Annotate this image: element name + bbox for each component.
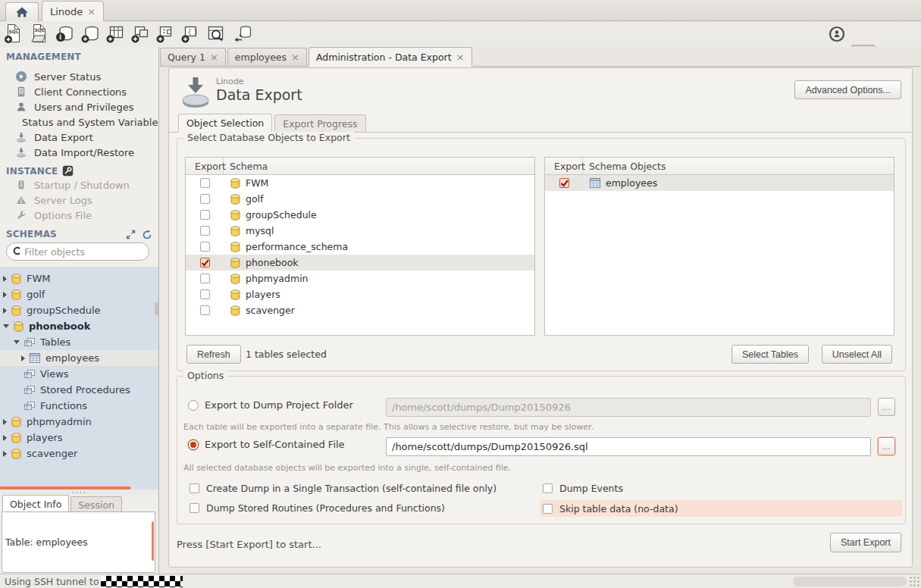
tree-item-functions[interactable]: Functions (0, 398, 158, 414)
export-checkbox-checked[interactable] (200, 258, 210, 267)
table-row[interactable]: phpmyadmin (186, 271, 534, 286)
tree-item-employees[interactable]: employees (0, 350, 158, 366)
tree-item-phonebook[interactable]: phonebook (0, 318, 158, 334)
tab-object-selection[interactable]: Object Selection (178, 114, 272, 133)
dump-folder-radio[interactable] (188, 400, 199, 411)
chevron-right-icon[interactable] (3, 292, 7, 298)
chevron-right-icon[interactable] (3, 308, 7, 314)
tree-item-phpmyadmin[interactable]: phpmyadmin (0, 414, 158, 430)
self-contained-option[interactable]: Export to Self-Contained File (188, 439, 345, 450)
sidebar-item-server-status[interactable]: Server Status (0, 69, 159, 84)
chevron-right-icon[interactable] (3, 435, 7, 441)
expand-panel-icon[interactable] (126, 230, 136, 239)
horizontal-scrollbar-thumb[interactable] (793, 577, 907, 586)
tree-item-stored-procedures[interactable]: Stored Procedures (0, 382, 158, 398)
tab-export-progress[interactable]: Export Progress (274, 114, 365, 132)
create-schema-icon[interactable] (80, 23, 101, 44)
sidebar-scrollbar-thumb[interactable] (155, 302, 158, 315)
create-function-icon[interactable]: { } (180, 23, 201, 44)
tree-item-groupschedule[interactable]: groupSchedule (0, 302, 158, 318)
chevron-right-icon[interactable] (21, 355, 25, 361)
object-info-scrollbar[interactable] (152, 521, 154, 561)
tree-item-golf[interactable]: golf (0, 286, 158, 302)
tree-item-scavenger[interactable]: scavenger (0, 446, 158, 461)
refresh-schemas-icon[interactable] (142, 230, 152, 239)
start-export-button[interactable]: Start Export (830, 533, 901, 552)
tree-item-players[interactable]: players (0, 430, 158, 446)
chevron-right-icon[interactable] (3, 451, 7, 457)
reconnect-database-icon[interactable] (233, 23, 253, 44)
home-tab[interactable] (5, 2, 39, 21)
tab-administration-data-export[interactable]: Administration - Data Export× (309, 47, 472, 67)
close-icon[interactable]: × (456, 52, 465, 62)
table-row[interactable]: scavenger (186, 302, 534, 318)
export-checkbox[interactable] (200, 289, 210, 299)
column-header-schema[interactable]: Schema (224, 161, 268, 172)
dump-folder-path-input[interactable] (386, 398, 871, 417)
refresh-button[interactable]: Refresh (186, 345, 241, 364)
sidebar-item-startup-shutdown[interactable]: Startup / Shutdown (0, 177, 159, 192)
create-table-icon[interactable] (105, 23, 126, 44)
chevron-right-icon[interactable] (3, 419, 7, 425)
open-sql-script-icon[interactable]: SQL (30, 23, 50, 44)
self-contained-path-input[interactable] (386, 437, 871, 456)
filter-objects-input[interactable] (24, 246, 143, 258)
connection-info-icon[interactable] (828, 25, 848, 45)
connection-tab[interactable]: Linode × (42, 1, 104, 21)
tab-employees[interactable]: employees× (227, 48, 307, 66)
table-row[interactable]: performance_schema (186, 239, 534, 255)
dump-stored-routines-checkbox[interactable] (190, 503, 199, 513)
single-transaction-checkbox[interactable] (190, 483, 199, 493)
sidebar-item-client-connections[interactable]: Client Connections (0, 84, 159, 99)
close-icon[interactable]: × (87, 7, 96, 17)
dump-stored-routines-option[interactable]: Dump Stored Routines (Procedures and Fun… (190, 502, 445, 514)
export-checkbox[interactable] (200, 194, 210, 204)
search-table-data-icon[interactable] (205, 23, 226, 44)
chevron-down-icon[interactable] (3, 324, 9, 328)
create-view-icon[interactable] (130, 23, 151, 44)
sidebar-item-data-import[interactable]: Data Import/Restore (0, 145, 159, 160)
sidebar-item-status-system-variables[interactable]: Status and System Variables (0, 114, 159, 130)
resize-grip-icon[interactable] (909, 576, 920, 586)
dump-folder-browse-button[interactable]: ... (878, 398, 895, 416)
column-header-export[interactable]: Export (545, 158, 583, 174)
tab-object-info[interactable]: Object Info (2, 495, 69, 512)
export-checkbox[interactable] (200, 226, 210, 236)
table-row[interactable]: players (186, 286, 534, 302)
table-row-selected[interactable]: employees (545, 175, 894, 191)
dump-events-checkbox[interactable] (543, 483, 553, 493)
close-icon[interactable]: × (210, 52, 218, 62)
sidebar-item-data-export[interactable]: Data Export (0, 130, 159, 145)
skip-table-data-checkbox[interactable] (543, 504, 553, 514)
tab-query-1[interactable]: Query 1× (160, 48, 226, 66)
table-row[interactable]: FWM (186, 175, 534, 191)
sidebar-item-server-logs[interactable]: Server Logs (0, 192, 159, 208)
sidebar-item-users-privileges[interactable]: Users and Privileges (0, 99, 159, 114)
export-checkbox[interactable] (200, 305, 210, 315)
dump-folder-option[interactable]: Export to Dump Project Folder (188, 399, 353, 411)
tree-item-views[interactable]: Views (0, 366, 158, 382)
table-row[interactable]: groupSchedule (186, 207, 534, 223)
database-info-icon[interactable]: i (55, 23, 75, 44)
self-contained-radio-selected[interactable] (188, 439, 199, 450)
tree-item-tables[interactable]: Tables (0, 334, 158, 350)
self-contained-browse-button[interactable]: ... (878, 437, 895, 455)
advanced-options-button[interactable]: Advanced Options... (794, 80, 901, 99)
sidebar-item-options-file[interactable]: Options File (0, 208, 159, 223)
tab-session[interactable]: Session (70, 496, 122, 512)
table-row[interactable]: golf (186, 191, 534, 207)
chevron-right-icon[interactable] (3, 276, 7, 282)
single-transaction-option[interactable]: Create Dump in a Single Transaction (sel… (190, 483, 497, 494)
export-checkbox[interactable] (200, 178, 210, 188)
table-row[interactable]: mysql (186, 223, 534, 239)
unselect-all-button[interactable]: Unselect All (822, 345, 892, 364)
tree-item-fwm[interactable]: FWM (0, 271, 158, 286)
table-row-selected[interactable]: phonebook (186, 255, 534, 271)
export-checkbox[interactable] (200, 242, 210, 252)
chevron-down-icon[interactable] (14, 340, 20, 344)
create-stored-procedure-icon[interactable] (155, 23, 176, 44)
skip-table-data-option[interactable]: Skip table data (no-data) (540, 500, 902, 517)
column-header-export[interactable]: Export (186, 158, 224, 174)
export-checkbox[interactable] (200, 274, 210, 283)
close-icon[interactable]: × (291, 52, 299, 62)
